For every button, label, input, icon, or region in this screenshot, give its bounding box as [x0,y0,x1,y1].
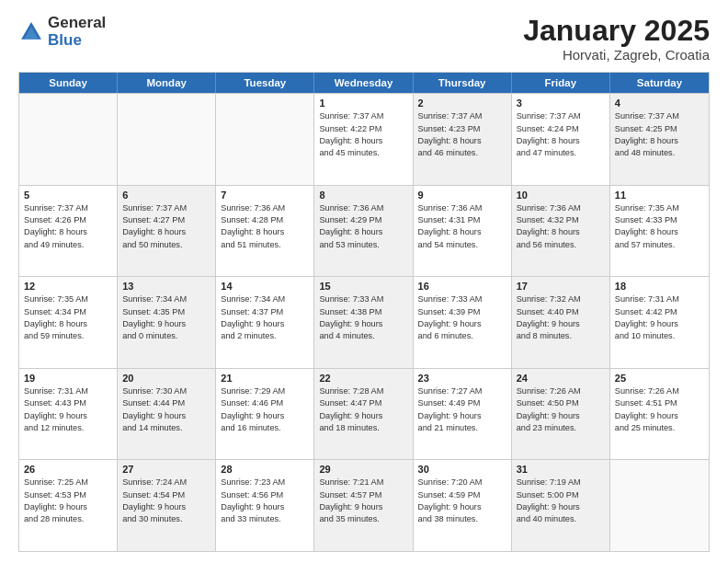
day-number: 16 [418,281,506,292]
day-number: 29 [319,464,407,475]
day-info: Sunrise: 7:28 AM Sunset: 4:47 PM Dayligh… [319,385,407,434]
day-info: Sunrise: 7:37 AM Sunset: 4:24 PM Dayligh… [517,110,605,159]
calendar-cell: 26Sunrise: 7:25 AM Sunset: 4:53 PM Dayli… [19,460,118,551]
day-info: Sunrise: 7:32 AM Sunset: 4:40 PM Dayligh… [517,293,605,342]
day-number: 22 [319,373,407,384]
calendar-cell: 5Sunrise: 7:37 AM Sunset: 4:26 PM Daylig… [19,186,118,277]
day-info: Sunrise: 7:35 AM Sunset: 4:33 PM Dayligh… [615,202,704,251]
calendar-row: 12Sunrise: 7:35 AM Sunset: 4:34 PM Dayli… [19,276,709,368]
calendar-cell: 3Sunrise: 7:37 AM Sunset: 4:24 PM Daylig… [512,94,610,185]
day-number: 20 [122,373,210,384]
day-info: Sunrise: 7:36 AM Sunset: 4:28 PM Dayligh… [221,202,309,251]
calendar-cell [216,94,314,185]
day-info: Sunrise: 7:34 AM Sunset: 4:35 PM Dayligh… [122,293,210,342]
day-info: Sunrise: 7:37 AM Sunset: 4:23 PM Dayligh… [418,110,506,159]
day-info: Sunrise: 7:37 AM Sunset: 4:22 PM Dayligh… [319,110,407,159]
day-info: Sunrise: 7:29 AM Sunset: 4:46 PM Dayligh… [221,385,309,434]
calendar-row: 19Sunrise: 7:31 AM Sunset: 4:43 PM Dayli… [19,368,709,460]
day-info: Sunrise: 7:36 AM Sunset: 4:31 PM Dayligh… [418,202,506,251]
calendar-cell: 4Sunrise: 7:37 AM Sunset: 4:25 PM Daylig… [610,94,709,185]
logo-icon [18,19,44,45]
calendar-cell: 23Sunrise: 7:27 AM Sunset: 4:49 PM Dayli… [414,369,512,460]
calendar-cell: 29Sunrise: 7:21 AM Sunset: 4:57 PM Dayli… [314,460,413,551]
calendar-cell [610,460,709,551]
calendar-cell: 20Sunrise: 7:30 AM Sunset: 4:44 PM Dayli… [118,369,216,460]
calendar-cell [118,94,216,185]
day-number: 11 [615,190,704,201]
calendar-header-cell: Friday [512,73,610,93]
day-number: 23 [418,373,506,384]
day-number: 13 [122,281,210,292]
logo-general: General [48,15,106,32]
day-info: Sunrise: 7:19 AM Sunset: 5:00 PM Dayligh… [517,477,605,525]
calendar-cell: 24Sunrise: 7:26 AM Sunset: 4:50 PM Dayli… [512,369,610,460]
day-number: 6 [122,190,210,201]
calendar-cell: 10Sunrise: 7:36 AM Sunset: 4:32 PM Dayli… [512,186,610,277]
calendar-cell: 6Sunrise: 7:37 AM Sunset: 4:27 PM Daylig… [118,186,216,277]
calendar-cell: 14Sunrise: 7:34 AM Sunset: 4:37 PM Dayli… [216,277,314,368]
day-number: 12 [24,281,112,292]
day-info: Sunrise: 7:34 AM Sunset: 4:37 PM Dayligh… [221,293,309,342]
day-number: 19 [24,373,112,384]
calendar-cell: 9Sunrise: 7:36 AM Sunset: 4:31 PM Daylig… [414,186,512,277]
calendar-cell: 27Sunrise: 7:24 AM Sunset: 4:54 PM Dayli… [118,460,216,551]
day-number: 2 [418,98,506,109]
day-number: 31 [517,464,605,475]
calendar-header-cell: Tuesday [216,73,314,93]
logo-text: General Blue [48,15,106,49]
day-number: 24 [517,373,605,384]
day-number: 30 [418,464,506,475]
calendar-row: 26Sunrise: 7:25 AM Sunset: 4:53 PM Dayli… [19,459,709,551]
day-number: 1 [319,98,407,109]
day-number: 21 [221,373,309,384]
calendar-cell: 15Sunrise: 7:33 AM Sunset: 4:38 PM Dayli… [314,277,413,368]
day-info: Sunrise: 7:27 AM Sunset: 4:49 PM Dayligh… [418,385,506,434]
day-info: Sunrise: 7:31 AM Sunset: 4:42 PM Dayligh… [615,293,704,342]
header: General Blue January 2025 Horvati, Zagre… [18,15,710,63]
title-location: Horvati, Zagreb, Croatia [523,47,710,63]
day-info: Sunrise: 7:33 AM Sunset: 4:39 PM Dayligh… [418,293,506,342]
calendar-header-cell: Thursday [414,73,512,93]
calendar-cell: 17Sunrise: 7:32 AM Sunset: 4:40 PM Dayli… [512,277,610,368]
calendar-cell: 16Sunrise: 7:33 AM Sunset: 4:39 PM Dayli… [414,277,512,368]
day-info: Sunrise: 7:37 AM Sunset: 4:27 PM Dayligh… [122,202,210,251]
calendar-row: 5Sunrise: 7:37 AM Sunset: 4:26 PM Daylig… [19,185,709,277]
day-info: Sunrise: 7:33 AM Sunset: 4:38 PM Dayligh… [319,293,407,342]
day-number: 10 [517,190,605,201]
day-info: Sunrise: 7:24 AM Sunset: 4:54 PM Dayligh… [122,477,210,525]
calendar-body: 1Sunrise: 7:37 AM Sunset: 4:22 PM Daylig… [19,93,709,551]
day-number: 7 [221,190,309,201]
calendar-cell: 19Sunrise: 7:31 AM Sunset: 4:43 PM Dayli… [19,369,118,460]
day-number: 9 [418,190,506,201]
title-month: January 2025 [523,15,710,47]
calendar-cell: 28Sunrise: 7:23 AM Sunset: 4:56 PM Dayli… [216,460,314,551]
calendar-cell: 31Sunrise: 7:19 AM Sunset: 5:00 PM Dayli… [512,460,610,551]
calendar-header-cell: Saturday [610,73,709,93]
calendar-header-cell: Monday [118,73,216,93]
day-number: 5 [24,190,112,201]
day-info: Sunrise: 7:23 AM Sunset: 4:56 PM Dayligh… [221,477,309,525]
logo-blue: Blue [48,32,106,50]
calendar-header-cell: Sunday [19,73,118,93]
day-info: Sunrise: 7:31 AM Sunset: 4:43 PM Dayligh… [24,385,112,434]
day-number: 17 [517,281,605,292]
calendar-cell: 22Sunrise: 7:28 AM Sunset: 4:47 PM Dayli… [314,369,413,460]
day-info: Sunrise: 7:25 AM Sunset: 4:53 PM Dayligh… [24,477,112,525]
day-number: 4 [615,98,704,109]
day-info: Sunrise: 7:20 AM Sunset: 4:59 PM Dayligh… [418,477,506,525]
day-info: Sunrise: 7:37 AM Sunset: 4:25 PM Dayligh… [615,110,704,159]
day-number: 26 [24,464,112,475]
calendar-cell: 12Sunrise: 7:35 AM Sunset: 4:34 PM Dayli… [19,277,118,368]
calendar-row: 1Sunrise: 7:37 AM Sunset: 4:22 PM Daylig… [19,93,709,185]
calendar-cell: 30Sunrise: 7:20 AM Sunset: 4:59 PM Dayli… [414,460,512,551]
day-number: 18 [615,281,704,292]
day-info: Sunrise: 7:26 AM Sunset: 4:51 PM Dayligh… [615,385,704,434]
calendar-cell: 25Sunrise: 7:26 AM Sunset: 4:51 PM Dayli… [610,369,709,460]
day-info: Sunrise: 7:36 AM Sunset: 4:32 PM Dayligh… [517,202,605,251]
calendar-header: SundayMondayTuesdayWednesdayThursdayFrid… [19,73,709,93]
day-info: Sunrise: 7:30 AM Sunset: 4:44 PM Dayligh… [122,385,210,434]
day-info: Sunrise: 7:21 AM Sunset: 4:57 PM Dayligh… [319,477,407,525]
day-number: 28 [221,464,309,475]
calendar-cell: 1Sunrise: 7:37 AM Sunset: 4:22 PM Daylig… [314,94,413,185]
day-info: Sunrise: 7:35 AM Sunset: 4:34 PM Dayligh… [24,293,112,342]
